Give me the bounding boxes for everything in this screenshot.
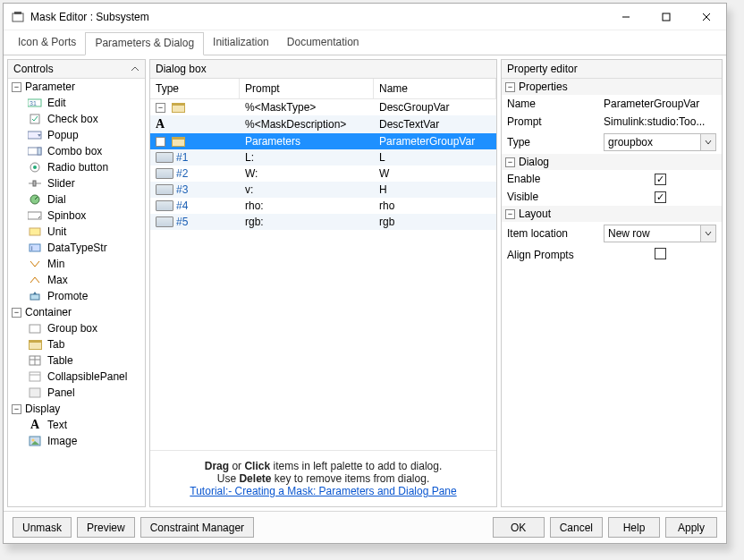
svg-rect-11 bbox=[38, 148, 41, 155]
prop-row-alignprompts: Align Prompts bbox=[502, 245, 722, 265]
table-row[interactable]: #5 rgb: rgb bbox=[150, 214, 496, 230]
table-row[interactable]: − %<MaskType> DescGroupVar bbox=[150, 99, 496, 115]
itemlocation-select[interactable]: New row bbox=[604, 225, 716, 242]
table-row-selected[interactable]: − Parameters ParameterGroupVar bbox=[150, 133, 496, 149]
control-min[interactable]: Min bbox=[8, 256, 145, 272]
property-editor-panel: Property editor −Properties Name Paramet… bbox=[501, 59, 723, 507]
control-max[interactable]: Max bbox=[8, 272, 145, 288]
popup-icon bbox=[28, 129, 42, 141]
max-icon bbox=[28, 274, 42, 286]
control-edit[interactable]: 31Edit bbox=[8, 95, 145, 111]
unit-icon bbox=[28, 225, 42, 238]
tab-icon-ports[interactable]: Icon & Ports bbox=[9, 32, 85, 55]
tab-initialization[interactable]: Initialization bbox=[204, 32, 278, 55]
apply-button[interactable]: Apply bbox=[665, 517, 717, 538]
prop-row-type: Type groupbox bbox=[502, 131, 722, 154]
prop-group-properties[interactable]: −Properties bbox=[502, 79, 722, 95]
dialogbox-panel-title: Dialog box bbox=[150, 60, 496, 79]
svg-rect-29 bbox=[30, 388, 40, 397]
collapse-icon[interactable]: − bbox=[12, 308, 21, 318]
unmask-button[interactable]: Unmask bbox=[13, 517, 72, 538]
collapse-icon[interactable]: − bbox=[12, 404, 21, 414]
prop-group-dialog[interactable]: −Dialog bbox=[502, 154, 722, 170]
folder-icon bbox=[172, 103, 185, 113]
control-radio[interactable]: Radio button bbox=[8, 159, 145, 175]
control-popup[interactable]: Popup bbox=[8, 127, 145, 143]
text-glyph-icon: A bbox=[156, 117, 165, 132]
control-groupbox[interactable]: Group box bbox=[8, 320, 145, 336]
cancel-button[interactable]: Cancel bbox=[550, 517, 603, 538]
control-dial[interactable]: Dial bbox=[8, 191, 145, 208]
maximize-button[interactable] bbox=[646, 4, 686, 30]
control-tab[interactable]: Tab bbox=[8, 336, 145, 352]
close-button[interactable] bbox=[686, 4, 726, 30]
tab-parameters-dialog[interactable]: Parameters & Dialog bbox=[85, 32, 204, 55]
collapse-icon[interactable]: − bbox=[505, 209, 515, 219]
control-slider[interactable]: Slider bbox=[8, 175, 145, 191]
collapse-icon[interactable]: − bbox=[505, 157, 515, 167]
collapse-icon[interactable]: − bbox=[156, 103, 165, 113]
main-tabbar: Icon & Ports Parameters & Dialog Initial… bbox=[4, 30, 726, 55]
ok-button[interactable]: OK bbox=[493, 517, 545, 538]
control-spinbox[interactable]: Spinbox bbox=[8, 208, 145, 224]
svg-text:31: 31 bbox=[30, 100, 37, 106]
dialogbox-panel: Dialog box Type Prompt Name − %<MaskType… bbox=[149, 59, 497, 507]
text-icon: A bbox=[28, 419, 42, 431]
controls-group-container[interactable]: − Container bbox=[8, 304, 145, 320]
prop-value-name[interactable]: ParameterGroupVar bbox=[604, 98, 716, 110]
groupbox-icon bbox=[28, 322, 42, 335]
col-type[interactable]: Type bbox=[150, 79, 240, 98]
controls-group-display[interactable]: − Display bbox=[8, 401, 145, 417]
prop-row-name: Name ParameterGroupVar bbox=[502, 95, 722, 113]
control-image[interactable]: Image bbox=[8, 433, 145, 449]
table-row[interactable]: #3 v: H bbox=[150, 182, 496, 198]
dialog-table-header: Type Prompt Name bbox=[150, 79, 496, 99]
app-icon bbox=[11, 10, 25, 24]
chevron-down-icon[interactable] bbox=[700, 134, 715, 150]
control-table[interactable]: Table bbox=[8, 352, 145, 369]
control-checkbox[interactable]: Check box bbox=[8, 111, 145, 127]
image-icon bbox=[28, 435, 42, 447]
prop-group-layout[interactable]: −Layout bbox=[502, 206, 722, 222]
dialog-table-body[interactable]: − %<MaskType> DescGroupVar A %<MaskDescr… bbox=[150, 99, 496, 450]
control-text[interactable]: AText bbox=[8, 417, 145, 433]
col-prompt[interactable]: Prompt bbox=[240, 79, 374, 98]
collapse-icon[interactable]: − bbox=[12, 82, 21, 92]
preview-button[interactable]: Preview bbox=[77, 517, 135, 538]
collapse-icon[interactable]: − bbox=[505, 82, 515, 92]
enable-checkbox[interactable]: ✓ bbox=[655, 174, 666, 185]
constraint-manager-button[interactable]: Constraint Manager bbox=[140, 517, 254, 538]
control-combobox[interactable]: Combo box bbox=[8, 143, 145, 159]
prop-row-enable: Enable ✓ bbox=[502, 170, 722, 188]
help-button[interactable]: Help bbox=[608, 517, 660, 538]
tutorial-link[interactable]: Tutorial:- Creating a Mask: Parameters a… bbox=[190, 485, 456, 497]
mask-editor-window: Mask Editor : Subsystem Icon & Ports Par… bbox=[3, 3, 727, 544]
prop-value-prompt[interactable]: Simulink:studio:Too... bbox=[604, 115, 716, 128]
controls-up-icon[interactable] bbox=[131, 64, 140, 73]
prop-row-prompt: Prompt Simulink:studio:Too... bbox=[502, 113, 722, 131]
control-unit[interactable]: Unit bbox=[8, 224, 145, 240]
controls-panel: Controls − Parameter 31Edit Check box Po… bbox=[7, 59, 146, 507]
control-datatypestr[interactable]: iDataTypeStr bbox=[8, 240, 145, 256]
table-row[interactable]: #2 W: W bbox=[150, 165, 496, 182]
folder-icon bbox=[172, 137, 185, 147]
collapse-icon[interactable]: − bbox=[156, 137, 165, 147]
table-row[interactable]: #1 L: L bbox=[150, 149, 496, 165]
control-collapsiblepanel[interactable]: CollapsiblePanel bbox=[8, 369, 145, 385]
minimize-button[interactable] bbox=[605, 4, 646, 30]
alignprompts-checkbox[interactable] bbox=[655, 248, 666, 259]
control-panel[interactable]: Panel bbox=[8, 385, 145, 401]
svg-rect-3 bbox=[663, 13, 670, 21]
table-row[interactable]: A %<MaskDescription> DescTextVar bbox=[150, 115, 496, 133]
svg-rect-19 bbox=[30, 228, 40, 235]
tab-documentation[interactable]: Documentation bbox=[278, 32, 368, 55]
type-select[interactable]: groupbox bbox=[604, 133, 716, 151]
svg-rect-0 bbox=[13, 13, 23, 21]
col-name[interactable]: Name bbox=[374, 79, 496, 98]
control-promote[interactable]: Promote bbox=[8, 288, 145, 304]
table-row[interactable]: #4 rho: rho bbox=[150, 198, 496, 214]
chevron-down-icon[interactable] bbox=[700, 225, 715, 242]
property-editor-title: Property editor bbox=[502, 60, 722, 79]
controls-group-parameter[interactable]: − Parameter bbox=[8, 79, 145, 95]
visible-checkbox[interactable]: ✓ bbox=[655, 191, 666, 203]
